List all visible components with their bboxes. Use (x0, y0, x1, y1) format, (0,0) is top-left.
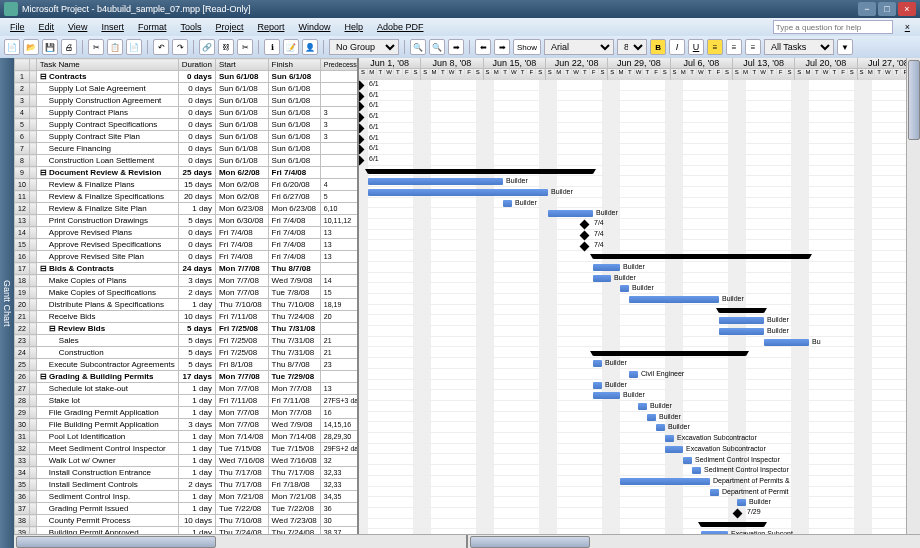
summary-bar[interactable] (593, 254, 809, 259)
task-bar[interactable]: Builder (368, 189, 548, 196)
menu-edit[interactable]: Edit (33, 20, 61, 34)
table-row[interactable]: 3Supply Construction Agreement0 daysSun … (15, 95, 360, 107)
task-bar[interactable]: Builder (719, 317, 764, 324)
table-row[interactable]: 28Stake lot1 dayFri 7/11/08Fri 7/11/0827… (15, 395, 360, 407)
milestone[interactable] (359, 113, 364, 123)
menu-report[interactable]: Report (251, 20, 290, 34)
menu-format[interactable]: Format (132, 20, 173, 34)
menu-view[interactable]: View (62, 20, 93, 34)
doc-close-button[interactable]: × (899, 20, 916, 34)
goto-button[interactable]: ➡ (448, 39, 464, 55)
table-row[interactable]: 5Supply Contract Specifications0 daysSun… (15, 119, 360, 131)
task-bar[interactable]: Department of Permit (710, 489, 719, 496)
vertical-scrollbar[interactable] (906, 58, 920, 534)
task-bar[interactable]: Builder (629, 296, 719, 303)
task-bar[interactable]: Builder (737, 499, 746, 506)
task-bar[interactable]: Sediment Control Inspector (683, 457, 692, 464)
table-row[interactable]: 35Install Sediment Controls2 daysThu 7/1… (15, 479, 360, 491)
horizontal-scrollbar[interactable] (14, 534, 920, 548)
milestone[interactable] (580, 241, 590, 251)
align-right-button[interactable]: ≡ (745, 39, 761, 55)
menu-project[interactable]: Project (209, 20, 249, 34)
table-row[interactable]: 17⊟ Bids & Contracts24 daysMon 7/7/08Thu… (15, 263, 360, 275)
table-row[interactable]: 10Review & Finalize Plans15 daysMon 6/2/… (15, 179, 360, 191)
group-select[interactable]: No Group (329, 39, 399, 55)
table-row[interactable]: 34Install Construction Entrance1 dayThu … (15, 467, 360, 479)
table-row[interactable]: 18Make Copies of Plans3 daysMon 7/7/08We… (15, 275, 360, 287)
info-button[interactable]: ℹ (264, 39, 280, 55)
summary-bar[interactable] (719, 308, 764, 313)
outdent-button[interactable]: ⬅ (475, 39, 491, 55)
table-row[interactable]: 15Approve Revised Specifications0 daysFr… (15, 239, 360, 251)
table-row[interactable]: 26⊟ Grading & Building Permits17 daysMon… (15, 371, 360, 383)
zoom-out-button[interactable]: 🔍 (410, 39, 426, 55)
table-row[interactable]: 6Supply Contract Site Plan0 daysSun 6/1/… (15, 131, 360, 143)
table-row[interactable]: 36Sediment Control Insp.1 dayMon 7/21/08… (15, 491, 360, 503)
milestone[interactable] (359, 155, 364, 165)
table-row[interactable]: 27Schedule lot stake-out1 dayMon 7/7/08M… (15, 383, 360, 395)
bold-button[interactable]: B (650, 39, 666, 55)
summary-bar[interactable] (701, 522, 764, 527)
paste-button[interactable]: 📄 (126, 39, 142, 55)
table-row[interactable]: 16Approve Revised Site Plan0 daysFri 7/4… (15, 251, 360, 263)
table-row[interactable]: 20Distribute Plans & Specifications1 day… (15, 299, 360, 311)
menu-tools[interactable]: Tools (174, 20, 207, 34)
close-button[interactable]: × (898, 2, 916, 16)
task-bar[interactable]: Civil Engineer (629, 371, 638, 378)
table-row[interactable]: 12Review & Finalize Site Plan1 dayMon 6/… (15, 203, 360, 215)
task-bar[interactable]: Builder (656, 424, 665, 431)
task-bar[interactable]: Builder (368, 178, 503, 185)
link-button[interactable]: 🔗 (199, 39, 215, 55)
unlink-button[interactable]: ⛓ (218, 39, 234, 55)
filter-select[interactable]: All Tasks (764, 39, 834, 55)
print-button[interactable]: 🖨 (61, 39, 77, 55)
task-bar[interactable]: Builder (548, 210, 593, 217)
column-header[interactable]: Task Name (36, 59, 178, 71)
task-bar[interactable]: Builder (647, 414, 656, 421)
table-row[interactable]: 9⊟ Document Review & Revision25 daysMon … (15, 167, 360, 179)
milestone[interactable] (359, 91, 364, 101)
task-bar[interactable]: Builder (593, 360, 602, 367)
save-button[interactable]: 💾 (42, 39, 58, 55)
task-table[interactable]: Task NameDurationStartFinishPredecessors… (14, 58, 359, 548)
new-button[interactable]: 📄 (4, 39, 20, 55)
task-bar[interactable]: Bu (764, 339, 809, 346)
task-bar[interactable]: Builder (719, 328, 764, 335)
table-row[interactable]: 22⊟ Review Bids5 daysFri 7/25/08Thu 7/31… (15, 323, 360, 335)
gantt-chart[interactable]: Jun 1, '08SMTWTFSJun 8, '08SMTWTFSJun 15… (359, 58, 920, 548)
column-header[interactable] (29, 59, 36, 71)
table-row[interactable]: 30File Building Permit Application3 days… (15, 419, 360, 431)
task-bar[interactable]: Builder (593, 392, 620, 399)
open-button[interactable]: 📂 (23, 39, 39, 55)
task-bar[interactable]: Excavation Subcontractor (665, 446, 683, 453)
table-row[interactable]: 8Construction Loan Settlement0 daysSun 6… (15, 155, 360, 167)
column-header[interactable]: Duration (178, 59, 215, 71)
task-bar[interactable]: Builder (620, 285, 629, 292)
milestone[interactable] (359, 81, 364, 91)
milestone[interactable] (359, 134, 364, 144)
minimize-button[interactable]: − (858, 2, 876, 16)
milestone[interactable] (359, 123, 364, 133)
italic-button[interactable]: I (669, 39, 685, 55)
menu-window[interactable]: Window (292, 20, 336, 34)
task-bar[interactable]: Builder (593, 264, 620, 271)
copy-button[interactable]: 📋 (107, 39, 123, 55)
milestone[interactable] (359, 145, 364, 155)
table-row[interactable]: 24Construction5 daysFri 7/25/08Thu 7/31/… (15, 347, 360, 359)
table-row[interactable]: 2Supply Lot Sale Agreement0 daysSun 6/1/… (15, 83, 360, 95)
milestone[interactable] (580, 220, 590, 230)
table-row[interactable]: 38County Permit Process10 daysThu 7/10/0… (15, 515, 360, 527)
cut-button[interactable]: ✂ (88, 39, 104, 55)
notes-button[interactable]: 📝 (283, 39, 299, 55)
column-header[interactable]: Predecessors (320, 59, 359, 71)
table-row[interactable]: 21Receive Bids10 daysFri 7/11/08Thu 7/24… (15, 311, 360, 323)
table-row[interactable]: 25Execute Subcontractor Agreements5 days… (15, 359, 360, 371)
show-button[interactable]: Show (513, 39, 541, 55)
menu-file[interactable]: File (4, 20, 31, 34)
task-bar[interactable]: Sediment Control Inspector (692, 467, 701, 474)
menu-help[interactable]: Help (338, 20, 369, 34)
table-row[interactable]: 14Approve Revised Plans0 daysFri 7/4/08F… (15, 227, 360, 239)
summary-bar[interactable] (368, 169, 593, 174)
help-search[interactable] (773, 20, 893, 34)
font-select[interactable]: Arial (544, 39, 614, 55)
